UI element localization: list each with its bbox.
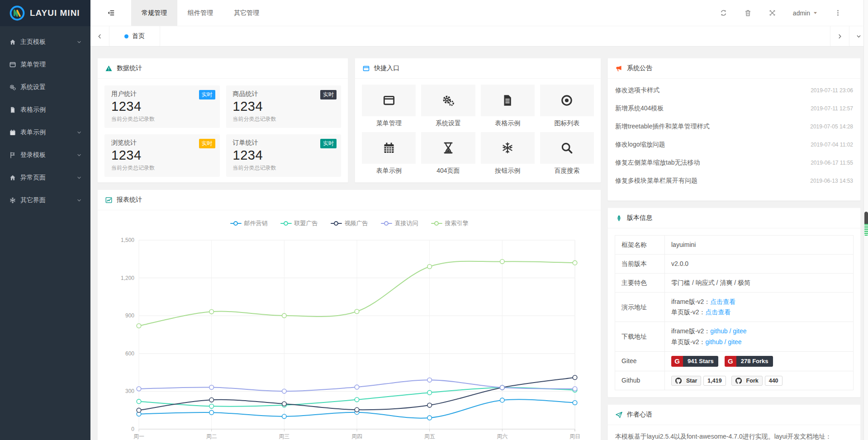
app-title: LAYUI MINI	[30, 8, 80, 18]
quick-entry-8[interactable]: 百度搜索	[540, 132, 594, 175]
line-chart: 03006009001,2001,500周一周二周三周四周五周六周日	[98, 230, 601, 440]
gitee-badge[interactable]: G278 Forks	[725, 356, 773, 367]
main-content: 数据统计 用户统计实时1234当前分类总记录数商品统计实时1234当前分类总记录…	[90, 47, 861, 440]
quick-entry-1[interactable]: 菜单管理	[362, 85, 416, 128]
refresh-button[interactable]	[719, 8, 729, 18]
announcement-row[interactable]: 新增系统404模板2019-07-11 12:57	[608, 99, 860, 118]
announcement-date: 2019-07-04 11:02	[811, 142, 853, 148]
gears-icon	[9, 84, 16, 91]
sidebar-item-8[interactable]: 其它界面	[0, 189, 90, 212]
stat-card-3[interactable]: 浏览统计实时1234当前分类总记录数	[104, 134, 220, 177]
legend-item-4[interactable]: 直接访问	[381, 219, 418, 227]
tabs-scroll-left-button[interactable]	[90, 26, 109, 46]
header-nav-item-3[interactable]: 其它管理	[223, 0, 270, 26]
github-count[interactable]: 440	[765, 376, 783, 386]
legend-item-3[interactable]: 视频广告	[331, 219, 368, 227]
quick-entry-5[interactable]: 表单示例	[362, 132, 416, 175]
scrollbar-thumb[interactable]	[864, 212, 868, 236]
sidebar-item-5[interactable]: 表单示例	[0, 121, 90, 144]
chevron-down-icon	[76, 129, 82, 136]
scrollbar-track[interactable]	[863, 0, 868, 440]
version-row-value: layuimini	[665, 236, 854, 255]
announcement-row[interactable]: 修改选项卡样式2019-07-11 23:06	[608, 81, 860, 99]
header-nav-item-1[interactable]: 常规管理	[131, 0, 177, 26]
announcement-date: 2019-06-17 11:55	[811, 160, 853, 166]
sidebar-item-3[interactable]: 系统设置	[0, 76, 90, 99]
quick-entry-label: 按钮示例	[481, 167, 535, 175]
header-nav-item-2[interactable]: 组件管理	[177, 0, 223, 26]
github-button-label: Star	[686, 376, 697, 386]
version-row-label: 当前版本	[615, 255, 665, 274]
legend-item-5[interactable]: 搜索引擎	[431, 219, 469, 227]
link-prefix: 单页版-v2：	[671, 338, 705, 345]
version-link-line: iframe版-v2：github / gitee	[671, 326, 847, 336]
chevron-down-icon	[76, 175, 82, 181]
window-icon	[9, 61, 16, 68]
version-link[interactable]: gitee	[733, 327, 746, 335]
tab-home[interactable]: 首页	[109, 26, 160, 46]
stat-card-1[interactable]: 用户统计实时1234当前分类总记录数	[104, 85, 220, 128]
chart-legend: 邮件营销联盟广告视频广告直接访问搜索引擎	[98, 210, 601, 230]
window-icon	[362, 65, 370, 72]
github-count[interactable]: 1,419	[703, 376, 726, 386]
link-prefix: 单页版-v2：	[671, 308, 705, 316]
sidebar-item-7[interactable]: 异常页面	[0, 166, 90, 189]
calendar-icon	[362, 132, 416, 164]
quick-entry-4[interactable]: 图标列表	[540, 85, 594, 128]
announcement-row[interactable]: 新增treetable插件和菜单管理样式2019-07-05 14:28	[608, 118, 860, 136]
svg-text:周四: 周四	[351, 433, 362, 440]
gitee-badge[interactable]: G941 Stars	[671, 356, 718, 367]
announcement-text: 修改logo缩放问题	[615, 141, 665, 149]
stat-card-2[interactable]: 商品统计实时1234当前分类总记录数	[226, 85, 342, 128]
chevron-right-icon	[836, 33, 843, 40]
panel-report-header: 报表统计	[98, 190, 601, 210]
app-logo[interactable]: LAYUI MINI	[0, 0, 90, 26]
sidebar-item-1[interactable]: 主页模板	[0, 31, 90, 53]
announcement-row[interactable]: 修复左侧菜单缩放tab无法移动2019-06-17 11:55	[608, 154, 860, 172]
stat-card-value: 1234	[233, 98, 335, 114]
caret-down-icon	[812, 10, 818, 16]
stat-card-4[interactable]: 订单统计实时1234当前分类总记录数	[226, 134, 342, 177]
clear-cache-button[interactable]	[743, 8, 753, 18]
quick-entry-3[interactable]: 表格示例	[481, 85, 535, 128]
sidebar-item-6[interactable]: 登录模板	[0, 144, 90, 166]
legend-item-1[interactable]: 邮件营销	[230, 219, 268, 227]
quick-entry-2[interactable]: 系统设置	[421, 85, 475, 128]
quick-entry-6[interactable]: 404页面	[421, 132, 475, 175]
github-fork-button[interactable]: Fork	[731, 376, 763, 386]
refresh-icon	[720, 9, 727, 17]
snowflake-icon	[9, 197, 16, 204]
tabs-scroll-right-button[interactable]	[830, 26, 849, 46]
panel-report-stats: 报表统计 邮件营销联盟广告视频广告直接访问搜索引擎 03006009001,20…	[97, 189, 601, 440]
legend-label: 视频广告	[345, 219, 368, 227]
sidebar-item-2[interactable]: 菜单管理	[0, 53, 90, 76]
megaphone-icon	[615, 65, 623, 72]
legend-item-2[interactable]: 联盟广告	[280, 219, 318, 227]
tab-home-label: 首页	[132, 32, 145, 40]
version-row-value: iframe版-v2：点击查看单页版-v2：点击查看	[665, 293, 854, 322]
github-icon	[675, 378, 684, 384]
svg-text:600: 600	[125, 350, 134, 357]
user-menu[interactable]: admin	[793, 9, 818, 17]
fullscreen-button[interactable]	[768, 8, 778, 18]
announcement-row[interactable]: 修改logo缩放问题2019-07-04 11:02	[608, 136, 860, 154]
version-link[interactable]: 点击查看	[705, 308, 730, 316]
version-link[interactable]: gitee	[728, 338, 741, 345]
github-star-button[interactable]: Star	[671, 376, 701, 386]
gitee-badge-text: 278 Forks	[736, 356, 773, 367]
file-icon	[481, 85, 535, 116]
link-prefix: iframe版-v2：	[671, 327, 710, 335]
version-link[interactable]: 点击查看	[710, 298, 735, 305]
announcement-row[interactable]: 修复多模块菜单栏展开有问题2019-06-13 14:53	[608, 172, 860, 190]
version-row: 演示地址iframe版-v2：点击查看单页版-v2：点击查看	[615, 293, 854, 322]
more-actions-button[interactable]	[833, 8, 843, 18]
sidebar-collapse-button[interactable]	[90, 0, 131, 26]
sidebar-item-4[interactable]: 表格示例	[0, 99, 90, 121]
version-row: 下载地址iframe版-v2：github / gitee单页版-v2：gith…	[615, 322, 854, 351]
announcement-date: 2019-07-11 12:57	[811, 105, 853, 112]
quick-entry-7[interactable]: 按钮示例	[481, 132, 535, 175]
version-link[interactable]: github	[705, 338, 722, 345]
home-icon	[9, 174, 16, 181]
version-link[interactable]: github	[710, 327, 727, 335]
announcement-text: 新增treetable插件和菜单管理样式	[615, 123, 709, 131]
